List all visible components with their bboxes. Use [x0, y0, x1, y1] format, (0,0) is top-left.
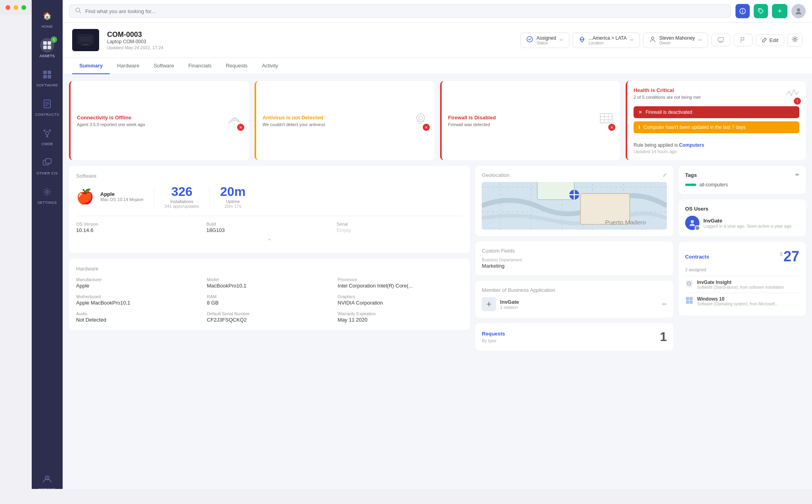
edit-label: Edit — [770, 37, 778, 43]
software-section-title: Software — [76, 173, 463, 179]
contract-icon-1 — [685, 280, 693, 289]
business-dept-value: Marketing — [482, 263, 667, 269]
hw-model: Model MacBookPro10,1 — [207, 277, 332, 289]
cmdb-icon — [40, 126, 54, 140]
asset-thumbnail — [72, 29, 99, 51]
health-rule: Rule being applied is Computers Updated … — [634, 138, 799, 154]
biz-app-card: Member of Business Application InvGate 1… — [475, 281, 673, 318]
health-alert-firewall-text: Firewall is deactivated — [645, 109, 692, 115]
user-sub: Logged in a year ago. Seen active a year… — [703, 224, 793, 228]
tab-activity[interactable]: Activity — [255, 58, 285, 74]
window-maximize[interactable] — [21, 5, 26, 10]
contracts-currency: $ — [780, 251, 783, 257]
tab-summary[interactable]: Summary — [72, 58, 110, 74]
health-alert-firewall-icon: ✕ — [638, 109, 642, 115]
monitor-chip[interactable] — [711, 34, 730, 46]
location-chip[interactable]: ...America > LATA Location ✏ — [573, 33, 640, 48]
svg-point-30 — [797, 8, 800, 11]
flag-chip[interactable] — [733, 34, 753, 46]
sidebar-item-contracts[interactable]: CONTRACTS — [33, 93, 61, 121]
svg-rect-63 — [686, 297, 689, 300]
sidebar-item-settings[interactable]: SETTINGS — [33, 181, 61, 209]
add-button[interactable]: + — [772, 4, 787, 18]
svg-point-28 — [742, 10, 743, 10]
search-input[interactable] — [85, 8, 725, 14]
hw-ram-value: 8 GB — [207, 300, 332, 306]
sidebar-item-software[interactable]: SOFTWARE — [33, 63, 61, 91]
owner-label: Owner — [659, 41, 695, 45]
biz-app-edit-icon[interactable]: ✏ — [662, 301, 667, 307]
svg-rect-4 — [43, 71, 47, 74]
requests-title: Requests — [482, 331, 505, 337]
requests-count: 1 — [660, 330, 667, 344]
window-close[interactable] — [6, 5, 10, 10]
sw-install-label: Installations — [165, 199, 199, 204]
contracts-count: 27 — [783, 248, 799, 265]
tag-button[interactable] — [754, 4, 768, 18]
tab-requests[interactable]: Requests — [218, 58, 255, 74]
hw-processor-value: Intel Corporation Intel(R) Core(... — [338, 283, 463, 289]
hw-model-value: MacBookPro10,1 — [207, 283, 332, 289]
sidebar-label-assets: ASSETS — [40, 54, 55, 58]
settings-icon — [40, 185, 54, 199]
window-minimize[interactable] — [13, 5, 18, 10]
tag-label: all-computers — [699, 182, 728, 188]
tab-financials[interactable]: Financials — [181, 58, 219, 74]
contracts-icon — [40, 97, 54, 111]
hw-model-label: Model — [207, 277, 332, 282]
tab-software[interactable]: Software — [147, 58, 181, 74]
requests-card: Requests By type 1 — [475, 323, 673, 351]
hw-graphics-value: NVIDIA Corporation — [338, 300, 463, 306]
svg-rect-6 — [43, 75, 47, 79]
owner-text: Steven Mahoney Owner — [659, 35, 695, 45]
svg-point-36 — [580, 37, 583, 40]
content-area: COM-0003 Laptop COM-0003 Updated May 24 … — [63, 23, 812, 489]
sw-uptime: 20m Uptime 20m 17s — [220, 184, 245, 209]
sw-installations: 326 Installations 341 apps/updates — [165, 184, 199, 209]
software-collapse-btn[interactable]: ⌃ — [76, 237, 463, 246]
os-users-title: OS Users — [685, 206, 799, 212]
owner-value: Steven Mahoney — [659, 35, 695, 41]
contract-1-name: InvGate Insight — [697, 280, 784, 285]
svg-rect-32 — [79, 36, 92, 42]
tab-hardware[interactable]: Hardware — [110, 58, 146, 74]
biz-app-relations: 1 relation — [500, 305, 519, 310]
alert-connectivity: Connectivity is Offline Agent 3.5.0 repo… — [69, 81, 249, 160]
main-content: + COM-0003 Lapt — [63, 0, 812, 489]
status-edit-icon[interactable]: ✏ — [559, 37, 563, 43]
serial-value: Empty — [337, 227, 463, 233]
location-label: Location — [589, 41, 627, 45]
sidebar-item-home[interactable]: 🏠 HOME — [33, 5, 61, 33]
sidebar-item-cmdb[interactable]: CMDB — [33, 122, 61, 150]
geo-expand-icon[interactable]: ⤢ — [663, 172, 667, 178]
contract-1-info: InvGate Insight Software (Stand-alone), … — [697, 280, 784, 289]
asset-type: Laptop COM-0003 — [107, 39, 163, 44]
biz-app-item: InvGate 1 relation ✏ — [482, 297, 667, 311]
status-chip[interactable]: Assigned Status ✏ — [520, 33, 569, 48]
serial-label: Serial — [337, 222, 463, 226]
sidebar-item-assets[interactable]: 5 ASSETS — [33, 34, 61, 62]
location-edit-icon[interactable]: ✏ — [630, 37, 634, 43]
hw-serial-label: Default Serial Number — [207, 311, 332, 316]
svg-point-44 — [417, 114, 425, 122]
biz-app-name: InvGate — [500, 299, 519, 305]
sidebar-item-other[interactable]: OTHER CIs — [33, 151, 61, 179]
owner-edit-icon[interactable]: ✏ — [698, 37, 702, 43]
gear-button[interactable] — [787, 33, 802, 47]
info-button[interactable] — [735, 4, 750, 18]
edit-button[interactable]: Edit — [756, 34, 784, 46]
owner-chip[interactable]: Steven Mahoney Owner ✏ — [643, 33, 708, 48]
contract-2-info: Windows 10 Software (Operating system), … — [697, 296, 778, 306]
tags-title: Tags — [685, 172, 697, 178]
right-column: Tags ✏ all-computers OS Users — [679, 166, 806, 367]
tags-edit-icon[interactable]: ✏ — [795, 172, 799, 178]
search-bar[interactable] — [69, 4, 731, 18]
middle-column: Geolocation ⤢ — [475, 166, 673, 351]
svg-rect-65 — [686, 301, 689, 304]
sidebar-item-service-desk[interactable]: SERVICE DESK — [33, 468, 61, 489]
user-avatar[interactable] — [791, 4, 806, 18]
svg-rect-7 — [48, 75, 51, 79]
alert-firewall-title: Firewall is Disabled — [448, 115, 496, 121]
software-card: Software 🍎 Apple Mac OS 10.14 Mojave 326… — [69, 166, 470, 253]
apple-logo: 🍎 — [76, 188, 94, 205]
